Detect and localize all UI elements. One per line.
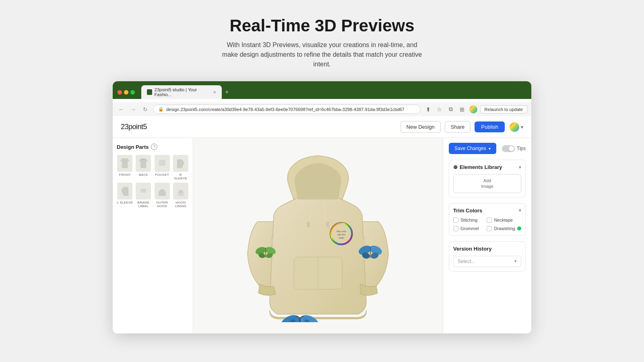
close-traffic-light[interactable] <box>118 90 122 95</box>
part-item-pocket[interactable]: POCKET <box>154 155 170 180</box>
part-thumb-front <box>117 155 132 172</box>
svg-rect-5 <box>326 222 329 227</box>
part-item-outerhood[interactable]: OUTER HOOD <box>154 183 170 208</box>
minimize-traffic-light[interactable] <box>124 90 128 95</box>
save-changes-label: Save Changes <box>454 146 486 151</box>
avatar-chevron-icon[interactable]: ▾ <box>521 124 523 130</box>
part-label-rsleeve: R SLEEVE <box>173 173 189 180</box>
browser-tab[interactable]: 23point5 studio | Your Fashio... ✕ <box>141 85 222 99</box>
user-profile-icon[interactable] <box>469 105 478 114</box>
part-item-hoodlining[interactable]: HOOD LINING <box>173 183 189 208</box>
avatar[interactable] <box>509 121 520 133</box>
url-text: design.23point5.com/create/a30d39e4-9e78… <box>166 107 405 112</box>
drawstring-label: Drawstring <box>494 226 515 231</box>
main-layout: Design Parts ? FRONT <box>113 138 531 333</box>
drawstring-status-dot <box>517 226 521 230</box>
tips-toggle-switch[interactable] <box>502 145 515 152</box>
part-item-lsleeve[interactable]: L SLEEVE <box>117 183 133 208</box>
page-title: Real-Time 3D Previews <box>229 16 414 35</box>
nav-actions: ⬆ ☆ ⧉ ⊞ Relaunch to update <box>424 105 527 114</box>
svg-text:they only: they only <box>336 230 346 232</box>
part-item-rsleeve[interactable]: R SLEEVE <box>173 155 189 180</box>
address-bar[interactable]: 🔒 design.23point5.com/create/a30d39e4-9e… <box>153 105 421 114</box>
version-history-section: Version History Select... ▾ <box>449 241 526 272</box>
stitching-label: Stitching <box>460 218 477 222</box>
page-subtitle: With Instant 3D Previews, visualize your… <box>221 40 423 69</box>
browser-window: 23point5 studio | Your Fashio... ✕ + ← →… <box>113 81 531 333</box>
svg-rect-4 <box>307 222 310 227</box>
part-label-front: FRONT <box>119 173 131 177</box>
part-label-brandlabel: BRAND LABEL <box>135 201 151 208</box>
trim-colors-chevron-icon[interactable]: ▾ <box>519 208 521 213</box>
fullscreen-traffic-light[interactable] <box>130 90 135 95</box>
version-select-placeholder: Select... <box>458 259 475 264</box>
part-item-back[interactable]: BACK <box>135 155 151 180</box>
elements-library-chevron-icon[interactable]: ▾ <box>519 165 521 170</box>
app-content: 23point5 New Design Share Publish ▾ Desi… <box>113 116 531 333</box>
part-item-front[interactable]: FRONT <box>117 155 133 180</box>
tips-toggle: Tips <box>502 145 526 152</box>
tips-label: Tips <box>517 146 526 151</box>
stitching-checkbox[interactable] <box>453 218 458 223</box>
grommet-label: Grommet <box>460 226 479 231</box>
version-history-header: Version History <box>453 246 521 252</box>
part-thumb-pocket <box>155 155 170 172</box>
share-button[interactable]: Share <box>445 121 471 133</box>
tab-title: 23point5 studio | Your Fashio... <box>155 87 209 97</box>
relaunch-button[interactable]: Relaunch to update <box>480 105 527 113</box>
hoodie-svg: they only see the magic <box>242 149 394 322</box>
design-parts-label: Design Parts <box>117 144 149 150</box>
new-design-button[interactable]: New Design <box>400 121 441 133</box>
elements-library-header: ⊕ Elements Library ▾ <box>453 164 521 170</box>
grid-icon[interactable]: ⊞ <box>458 105 466 114</box>
back-button[interactable]: ← <box>117 105 126 114</box>
part-thumb-outerhood <box>155 183 170 200</box>
add-image-button[interactable]: Add Image <box>453 174 521 193</box>
part-item-brandlabel[interactable]: BRAND LABEL <box>135 183 151 208</box>
necktape-checkbox[interactable] <box>487 218 492 223</box>
left-panel: Design Parts ? FRONT <box>113 138 193 333</box>
elements-library-section: ⊕ Elements Library ▾ Add Image <box>449 160 526 197</box>
hoodie-display: they only see the magic <box>201 146 435 325</box>
avatar-group: ▾ <box>509 121 523 133</box>
parts-grid: FRONT BACK POCKET <box>117 155 189 208</box>
save-changes-button[interactable]: Save Changes ▾ <box>449 143 496 154</box>
app-header: 23point5 New Design Share Publish ▾ <box>113 116 531 138</box>
elements-library-title: ⊕ Elements Library <box>453 164 502 170</box>
part-thumb-back <box>136 155 151 172</box>
part-label-hoodlining: HOOD LINING <box>173 201 189 208</box>
grommet-checkbox[interactable] <box>453 226 458 231</box>
trim-option-stitching: Stitching <box>453 218 483 223</box>
extensions-icon[interactable]: ⧉ <box>446 105 455 114</box>
drawstring-checkbox[interactable] <box>487 226 492 231</box>
version-select[interactable]: Select... ▾ <box>453 256 521 267</box>
part-label-lsleeve: L SLEEVE <box>117 201 133 204</box>
browser-chrome: 23point5 studio | Your Fashio... ✕ + <box>113 81 531 99</box>
browser-nav: ← → ↻ 🔒 design.23point5.com/create/a30d3… <box>113 102 531 116</box>
tab-close-icon[interactable]: ✕ <box>213 90 216 95</box>
trim-colors-title: Trim Colors <box>453 208 482 214</box>
right-panel: Save Changes ▾ Tips ⊕ <box>443 138 531 333</box>
svg-rect-1 <box>159 161 165 166</box>
canvas-area: they only see the magic <box>193 138 443 333</box>
bookmark-icon[interactable]: ☆ <box>435 105 444 114</box>
svg-text:magic: magic <box>339 237 344 239</box>
refresh-button[interactable]: ↻ <box>141 105 150 114</box>
new-tab-button[interactable]: + <box>223 88 230 96</box>
help-icon[interactable]: ? <box>151 144 157 150</box>
trim-option-necktape: Necktape <box>487 218 521 223</box>
tab-bar: 23point5 studio | Your Fashio... ✕ + <box>141 85 526 99</box>
publish-button[interactable]: Publish <box>475 121 505 132</box>
trim-options: Stitching Necktape Grommet Drawstri <box>453 218 521 231</box>
app-logo: 23point5 <box>121 123 147 131</box>
svg-rect-0 <box>142 158 144 160</box>
version-chevron-icon: ▾ <box>514 259 517 264</box>
header-actions: New Design Share Publish ▾ <box>400 121 523 133</box>
trim-option-grommet: Grommet <box>453 226 483 231</box>
part-label-outerhood: OUTER HOOD <box>154 201 170 208</box>
elements-library-icon: ⊕ <box>453 164 458 170</box>
share-nav-icon[interactable]: ⬆ <box>424 105 433 114</box>
traffic-lights <box>118 90 135 95</box>
trim-colors-header: Trim Colors ▾ <box>453 208 521 214</box>
forward-button[interactable]: → <box>129 105 138 114</box>
